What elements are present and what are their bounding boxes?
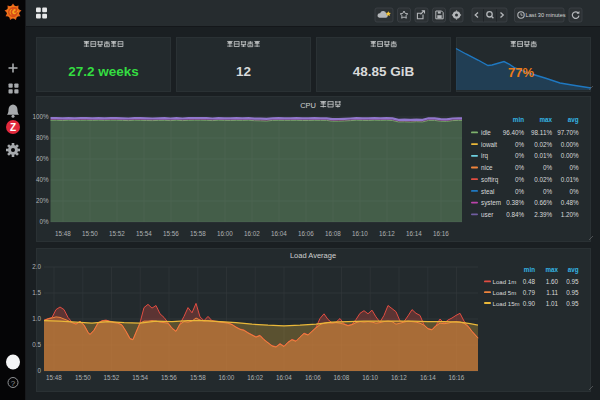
svg-text:0: 0 bbox=[37, 367, 41, 374]
svg-text:0.02%: 0.02% bbox=[534, 141, 552, 148]
svg-text:15:48: 15:48 bbox=[46, 374, 62, 381]
svg-text:16:04: 16:04 bbox=[271, 230, 287, 237]
svg-text:16:02: 16:02 bbox=[244, 230, 260, 237]
svg-text:1.11: 1.11 bbox=[546, 289, 558, 296]
svg-text:15:56: 15:56 bbox=[161, 374, 177, 381]
svg-text:16:08: 16:08 bbox=[325, 230, 341, 237]
svg-text:15:54: 15:54 bbox=[136, 230, 152, 237]
svg-text:0.48: 0.48 bbox=[523, 278, 536, 285]
svg-text:15:52: 15:52 bbox=[104, 374, 120, 381]
svg-text:48.85 GiB: 48.85 GiB bbox=[353, 64, 415, 79]
svg-text:min: min bbox=[513, 116, 524, 123]
svg-text:16:12: 16:12 bbox=[379, 230, 395, 237]
svg-text:16:04: 16:04 bbox=[276, 374, 292, 381]
svg-text:min: min bbox=[524, 266, 535, 273]
svg-text:77%: 77% bbox=[508, 65, 534, 80]
svg-text:0%: 0% bbox=[515, 176, 525, 183]
svg-text:Load Average: Load Average bbox=[290, 251, 336, 260]
svg-text:16:10: 16:10 bbox=[352, 230, 368, 237]
svg-text:avg: avg bbox=[568, 116, 579, 124]
svg-text:20%: 20% bbox=[36, 197, 49, 204]
svg-text:0.00%: 0.00% bbox=[561, 141, 579, 148]
svg-text:12: 12 bbox=[236, 64, 251, 79]
svg-text:0.5: 0.5 bbox=[32, 341, 41, 348]
svg-text:2.39%: 2.39% bbox=[534, 211, 552, 218]
svg-text:16:08: 16:08 bbox=[334, 374, 350, 381]
svg-text:0.48%: 0.48% bbox=[561, 199, 579, 206]
svg-text:0.84%: 0.84% bbox=[506, 211, 524, 218]
svg-text:27.2 weeks: 27.2 weeks bbox=[68, 64, 139, 79]
svg-text:15:50: 15:50 bbox=[82, 230, 98, 237]
svg-text:idle: idle bbox=[481, 129, 491, 136]
svg-text:16:14: 16:14 bbox=[420, 374, 436, 381]
svg-text:Z: Z bbox=[10, 122, 16, 133]
svg-text:15:50: 15:50 bbox=[75, 374, 91, 381]
svg-text:0%: 0% bbox=[543, 188, 553, 195]
svg-text:16:16: 16:16 bbox=[449, 374, 465, 381]
svg-text:0%: 0% bbox=[515, 188, 525, 195]
svg-text:0%: 0% bbox=[543, 164, 553, 171]
svg-text:16:10: 16:10 bbox=[362, 374, 378, 381]
svg-text:0.95: 0.95 bbox=[566, 300, 579, 307]
svg-text:1.0: 1.0 bbox=[32, 315, 41, 322]
svg-text:0%: 0% bbox=[515, 141, 525, 148]
svg-text:100%: 100% bbox=[32, 113, 49, 120]
svg-text:16:02: 16:02 bbox=[247, 374, 263, 381]
svg-text:15:58: 15:58 bbox=[190, 374, 206, 381]
svg-text:0.00%: 0.00% bbox=[561, 152, 579, 159]
svg-text:1.60: 1.60 bbox=[546, 278, 559, 285]
svg-text:0%: 0% bbox=[515, 164, 525, 171]
svg-text:2.0: 2.0 bbox=[32, 263, 41, 270]
svg-text:15:58: 15:58 bbox=[190, 230, 206, 237]
svg-text:0%: 0% bbox=[515, 152, 525, 159]
svg-text:16:06: 16:06 bbox=[298, 230, 314, 237]
svg-text:16:06: 16:06 bbox=[305, 374, 321, 381]
svg-text:0.01%: 0.01% bbox=[534, 152, 552, 159]
svg-text:60%: 60% bbox=[36, 155, 49, 162]
svg-text:softirq: softirq bbox=[481, 176, 499, 184]
svg-text:80%: 80% bbox=[36, 134, 49, 141]
svg-text:Last 30 minutes: Last 30 minutes bbox=[526, 12, 566, 18]
svg-text:0%: 0% bbox=[569, 188, 579, 195]
svg-text:Load 15m: Load 15m bbox=[493, 300, 520, 307]
svg-text:iowait: iowait bbox=[481, 141, 497, 148]
svg-text:96.40%: 96.40% bbox=[503, 129, 525, 136]
svg-text:15:48: 15:48 bbox=[55, 230, 71, 237]
svg-text:CPU: CPU bbox=[300, 101, 316, 110]
svg-text:user: user bbox=[481, 211, 493, 218]
svg-text:max: max bbox=[545, 266, 558, 273]
svg-text:16:14: 16:14 bbox=[406, 230, 422, 237]
svg-text:16:12: 16:12 bbox=[391, 374, 407, 381]
svg-text:Load 5m: Load 5m bbox=[493, 289, 517, 296]
svg-text:0.95: 0.95 bbox=[566, 289, 579, 296]
svg-text:1.5: 1.5 bbox=[32, 289, 41, 296]
svg-text:0.66%: 0.66% bbox=[534, 199, 552, 206]
svg-text:15:54: 15:54 bbox=[132, 374, 148, 381]
svg-text:97.70%: 97.70% bbox=[557, 129, 579, 136]
svg-text:1.20%: 1.20% bbox=[561, 211, 579, 218]
svg-text:98.11%: 98.11% bbox=[531, 129, 552, 136]
svg-text:steal: steal bbox=[481, 188, 494, 195]
svg-text:0.95: 0.95 bbox=[566, 278, 579, 285]
svg-text:Load 1m: Load 1m bbox=[493, 278, 517, 285]
svg-text:1.01: 1.01 bbox=[546, 300, 559, 307]
svg-text:0.79: 0.79 bbox=[523, 289, 536, 296]
svg-text:16:00: 16:00 bbox=[217, 230, 233, 237]
svg-text:?: ? bbox=[11, 379, 16, 388]
svg-text:0%: 0% bbox=[39, 218, 49, 225]
svg-text:40%: 40% bbox=[36, 176, 49, 183]
svg-text:15:52: 15:52 bbox=[109, 230, 125, 237]
svg-text:0.38%: 0.38% bbox=[506, 199, 524, 206]
svg-text:15:56: 15:56 bbox=[163, 230, 179, 237]
svg-text:system: system bbox=[481, 199, 501, 207]
svg-text:16:16: 16:16 bbox=[433, 230, 449, 237]
svg-text:0.90: 0.90 bbox=[523, 300, 536, 307]
svg-text:0.02%: 0.02% bbox=[534, 176, 552, 183]
svg-text:16:00: 16:00 bbox=[219, 374, 235, 381]
svg-text:avg: avg bbox=[568, 266, 579, 274]
svg-text:0.01%: 0.01% bbox=[561, 176, 579, 183]
svg-text:nice: nice bbox=[481, 164, 493, 171]
svg-text:0%: 0% bbox=[569, 164, 579, 171]
svg-text:irq: irq bbox=[481, 152, 488, 160]
svg-text:max: max bbox=[539, 116, 552, 123]
